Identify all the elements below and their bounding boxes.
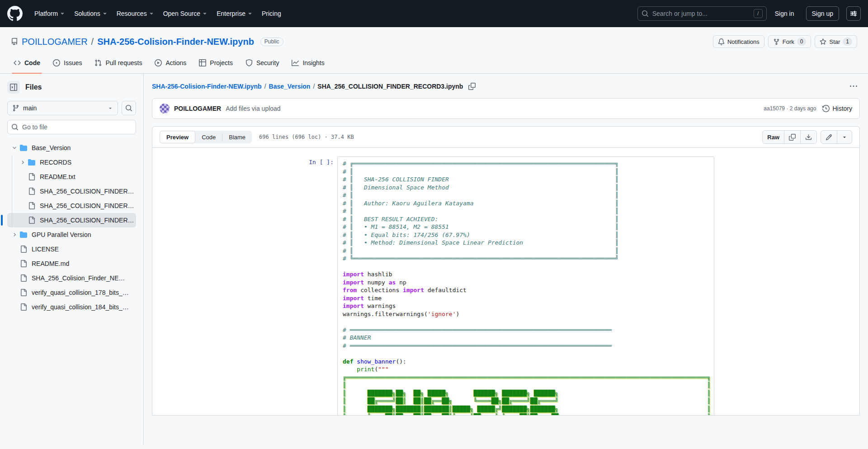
nav-item-label: Enterprise <box>217 10 245 17</box>
search-icon <box>642 10 649 17</box>
notifications-button[interactable]: Notifications <box>713 35 764 48</box>
sign-in-link[interactable]: Sign in <box>770 10 799 17</box>
history-clock-icon <box>822 105 830 112</box>
nav-item-solutions[interactable]: Solutions <box>70 6 112 21</box>
code-view-button[interactable]: Code <box>195 131 222 143</box>
file-tree-item[interactable]: RECORDS <box>7 155 136 170</box>
file-tree-item[interactable]: README.md <box>7 256 136 271</box>
code-line: # BANNER <box>343 334 714 342</box>
code-line: # ║ SHA-256 COLLISION FINDER ║ <box>343 175 714 184</box>
repo-owner-link[interactable]: POILLOGAMER <box>22 37 88 47</box>
chevron-spacer <box>10 303 19 311</box>
tab-security[interactable]: Security <box>241 52 284 73</box>
file-tree-item[interactable]: verify_quasi_collision_184_bits_… <box>7 300 136 314</box>
edit-dropdown-button[interactable] <box>837 131 852 143</box>
branch-selector[interactable]: main <box>7 101 118 115</box>
file-tree-item[interactable]: SHA_256_Colision_Finder_NE… <box>7 271 136 285</box>
file-tree-item[interactable]: Base_Version <box>7 141 136 155</box>
star-button[interactable]: Star1 <box>815 35 857 48</box>
copy-path-button[interactable] <box>467 81 477 92</box>
tab-actions[interactable]: Actions <box>150 52 191 73</box>
breadcrumb-link[interactable]: SHA-256-Colision-Finder-NEW.ipynb <box>152 83 262 90</box>
commit-sha-time[interactable]: aa15079 · 2 days ago <box>764 105 816 112</box>
file-tree-item[interactable]: GPU Parallel Version <box>7 227 136 242</box>
button-label: Fork <box>783 38 794 45</box>
code-line: print(""" <box>343 365 714 373</box>
code-line: # ╚═════════════════════════════════════… <box>343 255 714 263</box>
file-tree-item-label: verify_quasi_collision_184_bits_… <box>32 303 129 311</box>
copy-raw-button[interactable] <box>784 131 800 143</box>
nav-item-label: Resources <box>117 10 147 17</box>
tab-code[interactable]: Code <box>9 52 45 73</box>
chevron-spacer <box>10 289 19 296</box>
edit-file-button[interactable] <box>821 131 837 143</box>
counter-badge: 0 <box>797 38 807 46</box>
search-input[interactable] <box>652 10 750 17</box>
file-tree-item-label: SHA_256_Colision_Finder_NE… <box>32 274 125 282</box>
file-tree-item[interactable]: README.txt <box>7 170 136 184</box>
file-tree-item-label: LICENSE <box>32 246 59 253</box>
code-line: from collections import defaultdict <box>343 286 714 294</box>
repo-tab-nav: CodeIssuesPull requestsActionsProjectsSe… <box>0 52 868 74</box>
code-line: def show_banner(): <box>343 358 714 366</box>
github-logo[interactable] <box>7 6 23 21</box>
tab-label: Code <box>24 59 40 66</box>
nav-item-resources[interactable]: Resources <box>112 6 159 21</box>
repo-icon <box>11 38 18 45</box>
copy-icon <box>789 134 796 141</box>
repo-actions: NotificationsFork0Star1 <box>713 35 857 48</box>
primary-nav: PlatformSolutionsResourcesOpen SourceEnt… <box>30 6 286 21</box>
download-icon <box>805 134 812 141</box>
file-tree-item[interactable]: LICENSE <box>7 242 136 256</box>
nav-item-open-source[interactable]: Open Source <box>159 6 212 21</box>
code-line <box>343 318 714 326</box>
global-search[interactable]: / <box>637 6 767 21</box>
file-tree-item[interactable]: SHA_256_COLISION_FINDER… <box>7 184 136 199</box>
code-line: # ║ ║ <box>343 168 714 176</box>
chevron-down-icon <box>247 11 253 16</box>
nav-item-platform[interactable]: Platform <box>30 6 70 21</box>
collapse-file-tree-button[interactable] <box>7 81 20 94</box>
file-tree-item[interactable]: verify_quasi_collision_178_bits_… <box>7 285 136 300</box>
nav-item-enterprise[interactable]: Enterprise <box>212 6 257 21</box>
tab-projects[interactable]: Projects <box>194 52 237 73</box>
search-this-repo-button[interactable] <box>122 101 136 115</box>
breadcrumb-link[interactable]: Base_Version <box>269 83 311 90</box>
file-tree-item-label: RECORDS <box>40 159 71 166</box>
history-button[interactable]: History <box>822 105 852 112</box>
fork-button[interactable]: Fork0 <box>768 35 811 48</box>
commit-message-link[interactable]: Add files via upload <box>226 105 280 112</box>
code-line: # ║ ║ <box>343 191 714 199</box>
cell-input[interactable]: # ╔═════════════════════════════════════… <box>337 156 714 415</box>
file-icon <box>19 260 28 267</box>
preview-view-button[interactable]: Preview <box>160 131 195 143</box>
nav-item-pricing[interactable]: Pricing <box>257 6 286 21</box>
go-to-file-input[interactable] <box>22 123 132 131</box>
file-tree: Base_VersionRECORDSREADME.txtSHA_256_COL… <box>7 141 136 314</box>
file-icon <box>19 303 28 311</box>
command-palette-button[interactable] <box>846 6 861 21</box>
file-icon <box>27 202 36 209</box>
avatar[interactable] <box>160 104 170 113</box>
code-line: # ══════════════════════════════════════… <box>343 342 714 350</box>
file-tree-item[interactable]: SHA_256_COLISION_FINDER… <box>7 199 136 213</box>
go-to-file-box <box>7 120 136 134</box>
code-line: import numpy as np <box>343 279 714 287</box>
file-tree-item[interactable]: SHA_256_COLISION_FINDER… <box>7 213 136 227</box>
tab-pull-requests[interactable]: Pull requests <box>90 52 146 73</box>
repo-name-link[interactable]: SHA-256-Colision-Finder-NEW.ipynb <box>97 37 254 47</box>
commit-author-link[interactable]: POILLOGAMER <box>174 105 221 112</box>
chevron-spacer <box>10 246 19 253</box>
download-raw-button[interactable] <box>800 131 816 143</box>
tab-insights[interactable]: Insights <box>287 52 329 73</box>
sign-up-button[interactable]: Sign up <box>806 6 839 21</box>
nav-item-label: Solutions <box>74 10 100 17</box>
raw-button[interactable]: Raw <box>763 131 784 143</box>
tab-issues[interactable]: Issues <box>48 52 86 73</box>
blame-view-button[interactable]: Blame <box>222 131 252 143</box>
chevron-down-icon <box>108 105 113 111</box>
more-options-button[interactable] <box>847 80 860 93</box>
code-lines: # ╔═════════════════════════════════════… <box>343 160 714 373</box>
tab-label: Security <box>256 59 279 66</box>
visibility-badge: Public <box>260 38 283 46</box>
